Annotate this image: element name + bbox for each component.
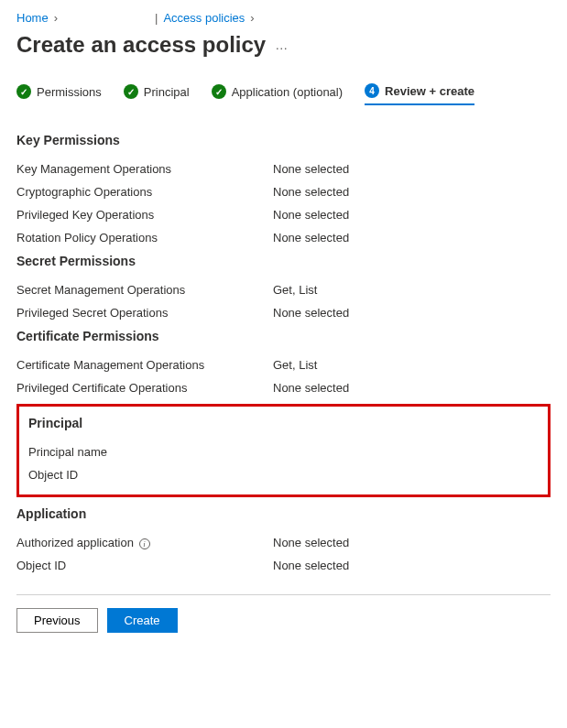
kv-key: Principal name (28, 445, 285, 459)
step-label: Application (optional) (232, 85, 343, 99)
kv-key-text: Authorized application (16, 536, 134, 549)
breadcrumb-access-policies[interactable]: Access policies (163, 11, 245, 25)
kv-key: Certificate Management Operations (16, 358, 273, 372)
kv-row: Object ID (28, 468, 539, 482)
create-button[interactable]: Create (107, 608, 178, 633)
kv-key: Cryptographic Operations (16, 185, 273, 199)
kv-row: Principal name (28, 445, 539, 459)
breadcrumb: Home › | Access policies › (16, 11, 551, 25)
kv-val: None selected (273, 208, 349, 222)
wizard-steps: Permissions Principal Application (optio… (16, 83, 551, 105)
kv-key: Object ID (28, 468, 285, 482)
kv-key: Authorized application i (16, 536, 273, 549)
kv-row: Privileged Certificate Operations None s… (16, 381, 551, 395)
kv-row: Secret Management Operations Get, List (16, 283, 551, 297)
kv-key: Secret Management Operations (16, 283, 273, 297)
kv-key: Privileged Certificate Operations (16, 381, 273, 395)
step-principal[interactable]: Principal (124, 83, 190, 105)
kv-row: Certificate Management Operations Get, L… (16, 358, 551, 372)
breadcrumb-pipe: | (155, 11, 158, 25)
page-title-row: Create an access policy … (16, 32, 551, 58)
check-icon (16, 84, 31, 99)
kv-val: None selected (273, 536, 349, 549)
principal-highlight: Principal Principal name Object ID (16, 404, 551, 497)
step-review-create[interactable]: 4 Review + create (365, 83, 474, 105)
section-heading-principal: Principal (28, 416, 539, 430)
section-heading-key: Key Permissions (16, 133, 551, 147)
step-application[interactable]: Application (optional) (212, 83, 343, 105)
kv-val: None selected (273, 162, 349, 176)
breadcrumb-home[interactable]: Home (16, 11, 49, 25)
page-title: Create an access policy (16, 32, 266, 58)
kv-val: Get, List (273, 283, 317, 297)
check-icon (212, 84, 226, 99)
step-label: Permissions (37, 85, 102, 99)
kv-val: None selected (273, 231, 349, 244)
kv-key: Key Management Operations (16, 162, 273, 176)
section-heading-cert: Certificate Permissions (16, 329, 551, 343)
step-label: Principal (144, 85, 190, 99)
kv-val: None selected (273, 185, 349, 199)
kv-val: None selected (273, 559, 349, 572)
chevron-right-icon: › (54, 11, 58, 25)
step-permissions[interactable]: Permissions (16, 83, 102, 105)
step-number-icon: 4 (365, 83, 379, 98)
kv-val: None selected (273, 306, 349, 320)
kv-row: Key Management Operations None selected (16, 162, 551, 176)
kv-key: Privileged Key Operations (16, 208, 273, 222)
kv-key: Rotation Policy Operations (16, 231, 273, 244)
kv-key: Privileged Secret Operations (16, 306, 273, 320)
section-heading-secret: Secret Permissions (16, 254, 551, 268)
kv-row: Rotation Policy Operations None selected (16, 231, 551, 244)
kv-row: Privileged Key Operations None selected (16, 208, 551, 222)
section-heading-application: Application (16, 506, 551, 521)
info-icon[interactable]: i (139, 538, 150, 549)
kv-row: Privileged Secret Operations None select… (16, 306, 551, 320)
kv-row: Object ID None selected (16, 559, 551, 572)
more-actions-icon[interactable]: … (275, 38, 289, 52)
previous-button[interactable]: Previous (16, 608, 98, 633)
footer: Previous Create (16, 594, 551, 646)
step-label: Review + create (385, 84, 474, 98)
kv-key: Object ID (16, 559, 273, 572)
kv-val: Get, List (273, 358, 317, 372)
chevron-right-icon: › (250, 11, 254, 25)
kv-val: None selected (273, 381, 349, 395)
check-icon (124, 84, 138, 99)
kv-row: Cryptographic Operations None selected (16, 185, 551, 199)
kv-row: Authorized application i None selected (16, 536, 551, 549)
